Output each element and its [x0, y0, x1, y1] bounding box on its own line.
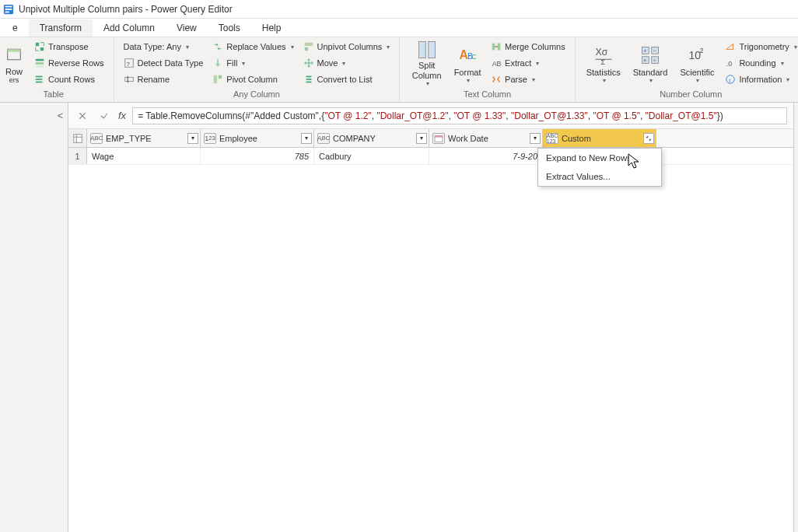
cell-work-date[interactable]: 7-9-20	[429, 148, 543, 164]
ribbon: Row ers Transpose Reverse Rows	[0, 37, 798, 103]
svg-rect-14	[124, 77, 133, 81]
standard-icon: +−×÷	[638, 43, 663, 68]
extract-dropdown[interactable]: ABC Extract▾	[488, 55, 569, 71]
reverse-rows-icon	[34, 58, 45, 68]
trigonometry-dropdown[interactable]: Trigonometry▾	[722, 39, 798, 54]
standard-button[interactable]: +−×÷ Standard ▾	[628, 39, 673, 87]
merge-columns-button[interactable]: Merge Columns	[488, 39, 569, 54]
list-icon	[303, 74, 314, 85]
svg-rect-2	[5, 9, 12, 10]
transpose-button[interactable]: Transpose	[31, 39, 107, 54]
svg-text:+: +	[643, 47, 646, 53]
window-title: Unpivot Multiple Column pairs - Power Qu…	[19, 4, 233, 15]
parse-dropdown[interactable]: Parse▾	[488, 72, 569, 87]
info-icon: i	[725, 74, 736, 85]
menu-item-tools[interactable]: Tools	[208, 19, 251, 37]
column-header-custom[interactable]: ABC123 Custom	[543, 129, 656, 147]
table-row: 1 Wage 785 Cadbury 7-9-20	[68, 148, 793, 165]
expand-to-new-rows-item[interactable]: Expand to New Rows	[538, 149, 661, 167]
group-label-table: Table	[0, 88, 107, 100]
grid-header-row: ABC EMP_TYPE ▾ 123 Employee ▾ ABC COMPAN…	[68, 129, 793, 148]
chevron-down-icon: ▾	[467, 77, 470, 84]
chevron-down-icon: ▾	[291, 44, 294, 51]
replace-values-dropdown[interactable]: Replace Values▾	[209, 39, 296, 54]
column-header-work-date[interactable]: Work Date ▾	[429, 129, 543, 147]
formula-input[interactable]: = Table.RemoveColumns(#"Added Custom",{"…	[132, 107, 787, 124]
svg-rect-18	[304, 43, 313, 46]
menu-item-home-partial[interactable]: e	[2, 19, 29, 37]
rounding-dropdown[interactable]: .0 Rounding▾	[722, 55, 798, 71]
move-dropdown[interactable]: Move▾	[300, 55, 394, 71]
svg-rect-7	[36, 62, 44, 65]
rename-icon	[124, 74, 135, 85]
svg-text:÷: ÷	[653, 57, 656, 62]
pivot-column-button[interactable]: Pivot Column	[209, 72, 296, 87]
date-type-icon	[432, 133, 445, 144]
filter-dropdown-icon[interactable]: ▾	[187, 133, 198, 144]
queries-panel-collapsed: <	[0, 103, 68, 532]
format-icon: ABC	[455, 43, 480, 68]
replace-icon	[212, 41, 223, 52]
data-type-dropdown[interactable]: Data Type: Any▾	[121, 39, 207, 54]
text-type-icon: ABC	[317, 133, 330, 144]
ribbon-group-any-column: Data Type: Any▾ ? Detect Data Type Renam…	[114, 37, 401, 102]
cell-company[interactable]: Cadbury	[314, 148, 429, 164]
menu-item-transform[interactable]: Transform	[29, 19, 93, 37]
use-first-row-partial[interactable]: Row ers	[0, 39, 28, 87]
menu-item-help[interactable]: Help	[251, 19, 292, 37]
cell-emp-type[interactable]: Wage	[87, 148, 201, 164]
merge-icon	[491, 41, 502, 52]
svg-rect-28	[492, 44, 495, 51]
rename-button[interactable]: Rename	[121, 72, 207, 87]
row-number[interactable]: 1	[68, 148, 87, 164]
formula-cancel-button[interactable]	[75, 108, 90, 124]
extract-values-item[interactable]: Extract Values...	[538, 167, 661, 186]
svg-point-44	[726, 75, 735, 84]
any-type-icon: ABC123	[546, 133, 558, 144]
scientific-button[interactable]: 102 Scientific ▾	[675, 39, 719, 87]
cell-employee[interactable]: 785	[201, 148, 314, 164]
parse-icon	[491, 74, 502, 85]
count-rows-button[interactable]: Count Rows	[31, 72, 107, 87]
svg-rect-23	[418, 42, 425, 58]
reverse-rows-button[interactable]: Reverse Rows	[31, 55, 107, 71]
menu-bar: e Transform Add Column View Tools Help	[0, 19, 798, 37]
column-header-emp-type[interactable]: ABC EMP_TYPE ▾	[87, 129, 201, 147]
column-header-company[interactable]: ABC COMPANY ▾	[314, 129, 429, 147]
detect-data-type-button[interactable]: ? Detect Data Type	[121, 55, 207, 71]
convert-to-list-button[interactable]: Convert to List	[300, 72, 394, 87]
svg-text:−: −	[653, 47, 656, 53]
fill-dropdown[interactable]: Fill▾	[209, 55, 296, 71]
unpivot-columns-dropdown[interactable]: Unpivot Columns▾	[300, 39, 394, 54]
chevron-down-icon: ▾	[426, 80, 429, 87]
statistics-button[interactable]: XσΣ Statistics ▾	[582, 39, 625, 87]
trig-icon	[725, 41, 736, 52]
filter-dropdown-icon[interactable]: ▾	[530, 133, 541, 144]
table-icon-cell[interactable]	[68, 129, 87, 147]
svg-text:2: 2	[700, 46, 704, 54]
formula-accept-button[interactable]	[96, 108, 112, 124]
svg-rect-24	[428, 42, 435, 58]
svg-rect-20	[306, 76, 311, 78]
filter-dropdown-icon[interactable]: ▾	[416, 133, 427, 144]
svg-rect-60	[435, 135, 443, 137]
svg-text:?: ?	[126, 61, 130, 68]
column-header-employee[interactable]: 123 Employee ▾	[201, 129, 314, 147]
svg-rect-16	[214, 75, 217, 84]
expand-queries-chevron-icon[interactable]: <	[58, 110, 63, 121]
split-column-button[interactable]: Split Column ▾	[406, 39, 447, 87]
svg-rect-21	[306, 79, 311, 80]
fx-icon[interactable]: fx	[118, 110, 126, 121]
move-icon	[303, 58, 314, 68]
information-dropdown[interactable]: i Information▾	[722, 72, 798, 87]
format-button[interactable]: ABC Format ▾	[450, 39, 485, 87]
ribbon-group-text-column: Split Column ▾ ABC Format ▾ Merge Column…	[400, 37, 575, 102]
svg-rect-6	[36, 59, 44, 61]
svg-text:Xσ: Xσ	[595, 47, 607, 58]
expand-column-icon[interactable]	[643, 133, 654, 144]
filter-dropdown-icon[interactable]: ▾	[301, 133, 312, 144]
svg-rect-1	[5, 5, 12, 7]
menu-item-view[interactable]: View	[166, 19, 208, 37]
menu-item-add-column[interactable]: Add Column	[93, 19, 166, 37]
chevron-down-icon: ▾	[786, 76, 789, 83]
